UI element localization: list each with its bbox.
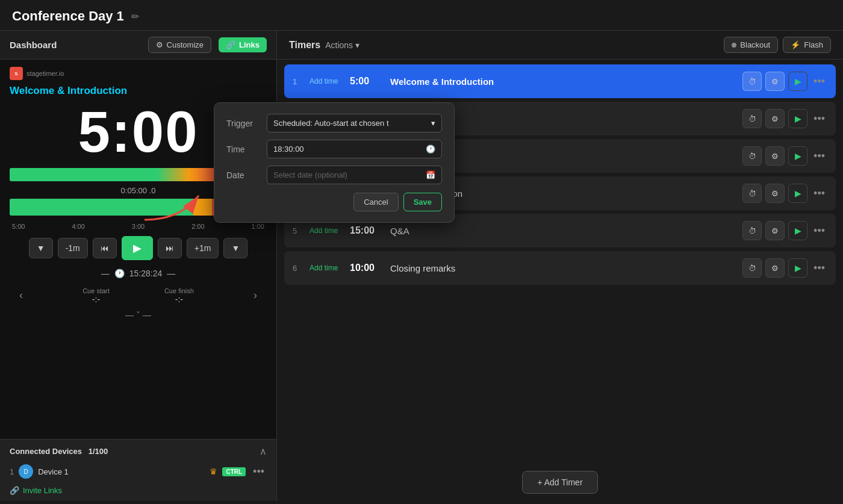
- popup-save-button[interactable]: Save: [403, 193, 442, 211]
- expand-button[interactable]: — ˅ —: [10, 310, 267, 320]
- customize-button[interactable]: ⚙ Customize: [148, 37, 211, 53]
- timer-6-trigger-button[interactable]: ⏱: [742, 258, 762, 278]
- popup-date-row: Date Select date (optional) 📅: [226, 166, 442, 184]
- device-number: 1: [10, 467, 14, 476]
- dropdown-plus-button[interactable]: ▼: [223, 238, 247, 258]
- actions-chevron-icon: ▾: [355, 40, 359, 50]
- progress-bar-fill: [10, 168, 220, 181]
- invite-links-button[interactable]: 🔗 Invite Links: [10, 481, 267, 495]
- timer-6-play-button[interactable]: ▶: [788, 258, 807, 278]
- links-icon: 🔗: [226, 40, 235, 49]
- timer-4-play-button[interactable]: ▶: [788, 184, 807, 203]
- timer-2-trigger-button[interactable]: ⏱: [742, 109, 762, 128]
- finish-time-value: 15:28:24: [129, 269, 163, 278]
- popup-cancel-button[interactable]: Cancel: [353, 193, 398, 211]
- timers-label: Timers: [289, 40, 320, 51]
- top-header: Conference Day 1 ✏: [0, 0, 843, 31]
- cue-start-value: -:-: [82, 294, 110, 304]
- timer-2-settings-button[interactable]: ⚙: [765, 109, 785, 128]
- minus-1m-label: -1m: [66, 243, 80, 253]
- dashboard-label: Dashboard: [10, 40, 141, 50]
- timer-4-actions: ⏱ ⚙ ▶ •••: [742, 184, 827, 203]
- dropdown-icon: ▼: [37, 243, 45, 253]
- right-header-left: Timers Actions ▾: [289, 40, 359, 51]
- prev-button[interactable]: ⏮: [93, 238, 117, 258]
- cue-prev-button[interactable]: ‹: [14, 287, 28, 304]
- crown-icon: ♛: [210, 467, 217, 476]
- preview-session-title: Welcome & Introduction: [10, 85, 267, 97]
- minus-1m-button[interactable]: -1m: [58, 238, 88, 258]
- finish-time: — 🕐 15:28:24 —: [10, 269, 267, 278]
- next-button[interactable]: ⏭: [158, 238, 182, 258]
- edit-icon[interactable]: ✏: [131, 11, 139, 22]
- timer-5-settings-button[interactable]: ⚙: [765, 221, 785, 240]
- timer-6-more-button[interactable]: •••: [811, 262, 827, 275]
- timer-1-play-button[interactable]: ▶: [788, 72, 807, 91]
- timer-3-more-button[interactable]: •••: [811, 150, 827, 163]
- cue-row: ‹ Cue start -:- Cue finish -:- ›: [10, 287, 267, 304]
- timer-1-trigger-button[interactable]: ⏱: [742, 72, 762, 91]
- timer-name-5: Q&A: [390, 226, 735, 236]
- popup-trigger-row: Trigger Scheduled: Auto-start at chosen …: [226, 114, 442, 132]
- add-time-5-button[interactable]: Add time: [310, 226, 343, 235]
- timer-1-settings-button[interactable]: ⚙: [765, 72, 785, 91]
- actions-dropdown-button[interactable]: Actions ▾: [325, 40, 359, 50]
- timer-row-1: 1 Add time 5:00 Welcome & Introduction ⏱…: [284, 64, 836, 98]
- brand-logo: S: [10, 67, 23, 80]
- time-input[interactable]: 18:30:00 🕐: [267, 140, 442, 158]
- timer-name-1: Welcome & Introduction: [390, 76, 735, 87]
- date-placeholder: Select date (optional): [273, 170, 347, 179]
- connected-devices-header: Connected Devices 1/100 ∧: [10, 446, 267, 457]
- timer-5-play-button[interactable]: ▶: [788, 221, 807, 240]
- calendar-icon: 📅: [426, 170, 435, 179]
- dropdown-plus-icon: ▼: [231, 243, 240, 253]
- timer-2-play-button[interactable]: ▶: [788, 109, 807, 128]
- play-icon: ▶: [133, 241, 142, 255]
- timer-1-more-button[interactable]: •••: [811, 75, 827, 88]
- timer-4-trigger-button[interactable]: ⏱: [742, 184, 762, 203]
- links-button[interactable]: 🔗 Links: [219, 37, 267, 52]
- actions-label: Actions: [325, 40, 353, 50]
- playback-controls: ▼ -1m ⏮ ▶ ⏭ +1m ▼: [10, 236, 267, 260]
- cue-next-button[interactable]: ›: [249, 287, 262, 304]
- device-row: 1 D Device 1 ♛ CTRL •••: [10, 462, 267, 481]
- time-label: Time: [226, 145, 260, 154]
- timer-3-trigger-button[interactable]: ⏱: [742, 146, 762, 166]
- left-header: Dashboard ⚙ Customize 🔗 Links: [0, 31, 276, 60]
- timer-2-actions: ⏱ ⚙ ▶ •••: [742, 109, 827, 128]
- device-more-button[interactable]: •••: [250, 465, 267, 478]
- timer-5-more-button[interactable]: •••: [811, 225, 827, 237]
- timer-1-actions: ⏱ ⚙ ▶ •••: [742, 72, 827, 91]
- timer-name-6: Closing remarks: [390, 263, 735, 273]
- ctrl-badge: CTRL: [222, 467, 246, 476]
- blackout-button[interactable]: Blackout: [724, 37, 778, 53]
- timer-6-settings-button[interactable]: ⚙: [765, 258, 785, 278]
- brand-name: stagetimer.io: [26, 70, 64, 77]
- cue-finish: Cue finish -:-: [164, 287, 194, 304]
- customize-icon: ⚙: [156, 40, 163, 49]
- blackout-label: Blackout: [740, 40, 770, 49]
- trigger-select[interactable]: Scheduled: Auto-start at chosen t ▾: [267, 114, 442, 132]
- flash-button[interactable]: ⚡ Flash: [783, 37, 831, 53]
- collapse-icon[interactable]: ∧: [260, 446, 267, 457]
- timer-4-more-button[interactable]: •••: [811, 187, 827, 200]
- dropdown-minus-button[interactable]: ▼: [29, 238, 53, 258]
- plus-1m-button[interactable]: +1m: [187, 238, 219, 258]
- device-name: Device 1: [38, 467, 205, 476]
- timer-5-trigger-button[interactable]: ⏱: [742, 221, 762, 240]
- timer-3-actions: ⏱ ⚙ ▶ •••: [742, 146, 827, 166]
- add-time-1-button[interactable]: Add time: [310, 77, 343, 86]
- plus-1m-label: +1m: [194, 243, 211, 253]
- play-pause-button[interactable]: ▶: [122, 236, 153, 260]
- timer-2-more-button[interactable]: •••: [811, 113, 827, 125]
- time-value: 18:30:00: [273, 145, 304, 154]
- date-input[interactable]: Select date (optional) 📅: [267, 166, 442, 184]
- timer-row-6: 6 Add time 10:00 Closing remarks ⏱ ⚙ ▶ •…: [284, 251, 836, 285]
- timer-4-settings-button[interactable]: ⚙: [765, 184, 785, 203]
- cue-finish-value: -:-: [164, 294, 194, 304]
- timer-3-play-button[interactable]: ▶: [788, 146, 807, 166]
- timer-3-settings-button[interactable]: ⚙: [765, 146, 785, 166]
- add-timer-button[interactable]: + Add Timer: [522, 471, 597, 494]
- chevron-down-icon: — ˅ —: [125, 310, 151, 320]
- add-time-6-button[interactable]: Add time: [310, 264, 343, 272]
